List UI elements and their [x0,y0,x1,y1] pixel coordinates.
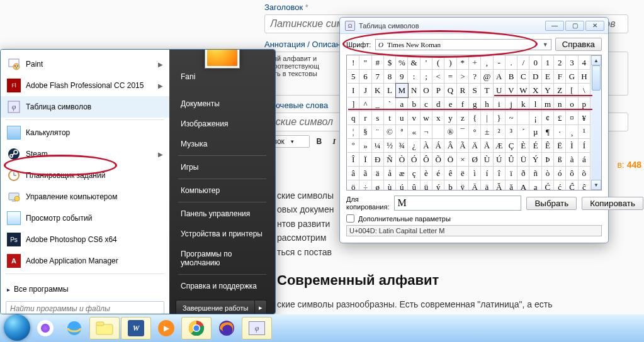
char-cell[interactable]: ¶ [542,125,554,139]
char-cell[interactable]: S [469,84,481,97]
char-cell[interactable]: ÿ [457,180,469,190]
char-cell[interactable]: ü [421,180,432,190]
char-cell[interactable]: } [494,111,506,125]
taskbar-media-icon[interactable]: ▶ [152,317,180,339]
char-cell[interactable]: ĉ [579,180,590,190]
char-cell[interactable]: & [408,56,420,70]
char-cell[interactable]: Ó [408,153,420,167]
char-cell[interactable]: é [432,167,444,180]
char-cell[interactable]: K [372,84,384,97]
char-cell[interactable]: . [506,56,517,70]
scroll-thumb[interactable] [592,65,601,91]
char-cell[interactable]: H [579,70,590,84]
char-cell[interactable]: À [421,139,432,153]
taskbar-charmap-icon[interactable]: φ [242,317,272,339]
char-cell[interactable]: ê [444,167,456,180]
char-cell[interactable]: ð [517,167,529,180]
taskbar-ie-icon[interactable] [60,317,88,339]
char-cell[interactable]: ² [494,125,506,139]
start-right-item[interactable]: Изображения [169,114,275,134]
char-cell[interactable]: w [421,111,432,125]
char-cell[interactable]: Ă [494,180,506,190]
char-cell[interactable]: Ê [542,139,554,153]
char-cell[interactable]: | [481,111,493,125]
char-cell[interactable]: ¥ [579,111,590,125]
char-cell[interactable]: 3 [566,56,578,70]
help-button[interactable]: Справка [555,38,602,51]
char-cell[interactable]: à [566,153,578,167]
all-programs[interactable]: ▸ Все программы [1,280,169,299]
char-cell[interactable]: Ò [396,153,408,167]
char-cell[interactable]: B [506,70,517,84]
char-cell[interactable]: < [432,70,444,84]
char-cell[interactable]: { [469,111,481,125]
char-cell[interactable]: / [517,56,529,70]
char-cell[interactable]: © [384,125,396,139]
char-cell[interactable]: º [347,139,359,153]
minimize-button[interactable]: — [545,21,564,31]
char-cell[interactable]: Â [444,139,456,153]
char-cell[interactable]: T [481,84,493,97]
char-cell[interactable]: Ý [529,153,541,167]
char-cell[interactable]: µ [529,125,541,139]
taskbar-word-icon[interactable]: W [121,317,151,339]
char-cell[interactable]: # [372,56,384,70]
char-cell[interactable]: ì [469,167,481,180]
char-cell[interactable]: ù [384,180,396,190]
char-cell[interactable]: ( [432,56,444,70]
char-cell[interactable]: C [517,70,529,84]
char-cell[interactable]: @ [481,70,493,84]
start-item-6[interactable]: Управление компьютером [1,186,169,207]
font-select[interactable]: O Times New Roman ▼ [375,39,551,50]
char-cell[interactable]: » [359,139,371,153]
char-cell[interactable]: J [359,84,371,97]
char-cell[interactable]: ö [347,180,359,190]
start-right-item[interactable]: Игры [169,157,275,177]
bold-icon[interactable]: B [314,136,325,147]
char-cell[interactable]: ã [359,167,371,180]
char-cell[interactable]: Ć [542,180,554,190]
start-item-3[interactable]: Калькулятор [1,122,169,143]
taskbar-firefox-icon[interactable] [213,317,240,339]
char-cell[interactable]: 7 [372,70,384,84]
start-right-item[interactable]: Устройства и принтеры [169,224,275,244]
taskbar-yandex-icon[interactable] [31,317,59,339]
char-cell[interactable]: û [408,180,420,190]
char-cell[interactable]: ´ [517,125,529,139]
char-cell[interactable]: ª [396,125,408,139]
char-cell[interactable]: ă [506,180,517,190]
scroll-down-icon[interactable]: ▼ [591,180,601,190]
char-cell[interactable]: · [554,125,566,139]
char-cell[interactable]: Ĉ [566,180,578,190]
char-cell[interactable]: ½ [384,139,396,153]
char-cell[interactable]: ą [529,180,541,190]
char-cell[interactable]: x [432,111,444,125]
char-cell[interactable]: ô [566,167,578,180]
start-right-item[interactable]: Музыка [169,134,275,154]
extra-params-checkbox[interactable] [346,214,354,223]
taskbar-chrome-icon[interactable] [181,317,212,339]
char-cell[interactable]: L [384,84,396,97]
shutdown-options-button[interactable]: ▸ [255,300,267,314]
copy-button[interactable]: Копировать [582,197,643,210]
char-cell[interactable]: D [529,70,541,84]
char-cell[interactable]: P [432,84,444,97]
char-cell[interactable]: ø [372,180,384,190]
char-cell[interactable]: ; [421,70,432,84]
start-right-item[interactable]: Справка и поддержка [169,276,275,296]
char-cell[interactable]: ? [469,70,481,84]
char-cell[interactable]: O [421,84,432,97]
start-search[interactable] [6,301,164,314]
char-cell[interactable]: Æ [494,139,506,153]
char-cell[interactable]: ' [421,56,432,70]
shutdown-button[interactable]: Завершение работы [176,300,255,314]
char-cell[interactable]: Û [506,153,517,167]
char-cell[interactable]: ® [444,125,456,139]
user-name[interactable]: Fani [169,69,275,87]
char-cell[interactable]: * [457,56,469,70]
char-cell[interactable]: 1 [542,56,554,70]
start-item-2[interactable]: φТаблица символов [1,96,169,118]
char-cell[interactable]: R [457,84,469,97]
char-cell[interactable]: 5 [347,70,359,84]
char-cell[interactable]: ¡ [529,111,541,125]
